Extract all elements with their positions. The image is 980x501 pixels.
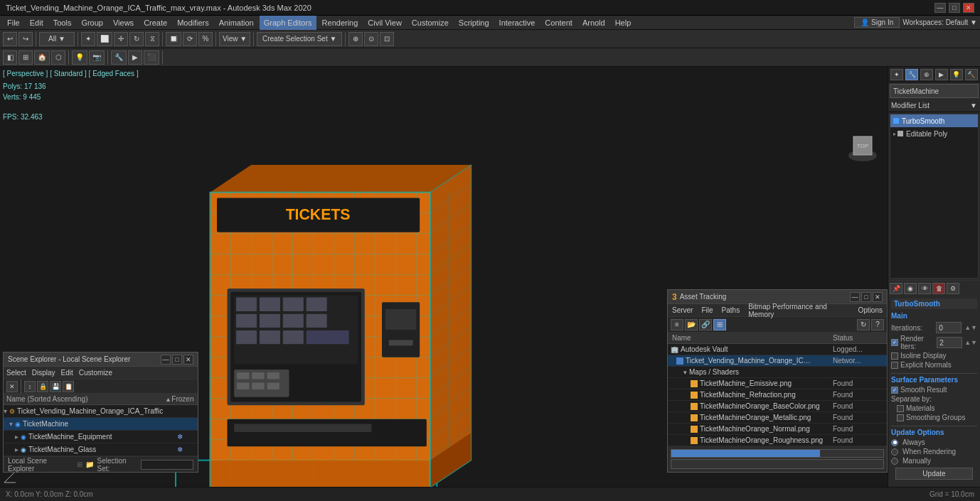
menu-customize[interactable]: Customize bbox=[408, 16, 453, 30]
mod-delete-btn[interactable]: 🗑 bbox=[932, 283, 945, 294]
manually-radio[interactable] bbox=[891, 458, 898, 465]
snap-btn[interactable]: 🔲 bbox=[166, 32, 181, 46]
at-row-5[interactable]: TicketMachineOrange_BaseColor.png Found bbox=[668, 401, 887, 412]
iterations-value[interactable]: 0 bbox=[936, 322, 962, 333]
menu-help[interactable]: Help bbox=[611, 16, 636, 30]
menu-group[interactable]: Group bbox=[77, 16, 107, 30]
at-minimize-btn[interactable]: — bbox=[850, 292, 860, 302]
at-row-1[interactable]: Ticket_Vending_Machine_Orange_ICA_Traffi… bbox=[668, 355, 887, 367]
se-row-2[interactable]: ▸ ◉ TicketMachine_Equipment ❄ bbox=[4, 431, 198, 443]
menu-animation[interactable]: Animation bbox=[215, 16, 258, 30]
at-refresh-btn[interactable]: ↻ bbox=[857, 319, 870, 330]
at-row-3[interactable]: TicketMachine_Emissive.png Found bbox=[668, 378, 887, 389]
at-row-4[interactable]: TicketMachine_Refraction.png Found bbox=[668, 389, 887, 401]
se-lock-btn[interactable]: 🔒 bbox=[37, 381, 48, 392]
select-region-btn[interactable]: ⬜ bbox=[97, 32, 112, 46]
at-row-8[interactable]: TicketMachineOrange_Roughness.png Found bbox=[668, 435, 887, 446]
at-tb-2[interactable]: 📂 bbox=[685, 319, 698, 330]
modifier-editable-poly[interactable]: ▸ Editable Poly bbox=[890, 127, 978, 140]
rp-motion-btn[interactable]: ▶ bbox=[935, 69, 948, 80]
rp-display-btn[interactable]: 💡 bbox=[950, 69, 963, 80]
se-minimize-btn[interactable]: — bbox=[161, 355, 171, 365]
mod-pin-btn[interactable]: 📌 bbox=[890, 283, 902, 294]
maximize-button[interactable]: □ bbox=[949, 3, 960, 13]
move-type-in[interactable]: ⊕ bbox=[348, 32, 363, 46]
at-path-input[interactable] bbox=[671, 459, 884, 469]
render-iters-checkbox[interactable] bbox=[891, 339, 898, 346]
menu-rendering[interactable]: Rendering bbox=[318, 16, 363, 30]
scene-btn[interactable]: 🏠 bbox=[34, 50, 50, 65]
mod-show-btn[interactable]: 👁 bbox=[918, 283, 931, 294]
modifier-turbosmmoth[interactable]: TurboSmooth bbox=[890, 114, 978, 127]
snap-angle-btn[interactable]: ⟳ bbox=[183, 32, 197, 46]
scale-type-in[interactable]: ⊡ bbox=[380, 32, 394, 46]
menu-tools[interactable]: Tools bbox=[49, 16, 76, 30]
undo-button[interactable]: ↩ bbox=[3, 32, 17, 46]
mod-active-btn[interactable]: ◉ bbox=[904, 283, 917, 294]
navigation-cube[interactable]: TOP bbox=[845, 131, 880, 166]
menu-civil-view[interactable]: Civil View bbox=[363, 16, 405, 30]
at-row-6[interactable]: TicketMachineOrange_Metallic.png Found bbox=[668, 412, 887, 424]
se-save-btn[interactable]: 💾 bbox=[50, 381, 61, 392]
grid-btn[interactable]: ⊞ bbox=[18, 50, 33, 65]
at-tb-4[interactable]: ⊞ bbox=[713, 319, 726, 330]
select-all-dropdown[interactable]: All ▼ bbox=[39, 32, 75, 46]
at-row-2[interactable]: ▾ Maps / Shaders bbox=[668, 367, 887, 378]
at-menu-paths[interactable]: Paths bbox=[722, 306, 740, 314]
close-button[interactable]: ✕ bbox=[963, 3, 974, 13]
material-btn[interactable]: ⬡ bbox=[51, 50, 65, 65]
se-menu-customize[interactable]: Customize bbox=[79, 369, 112, 377]
smoothing-groups-checkbox[interactable] bbox=[897, 414, 904, 421]
at-menu-file[interactable]: File bbox=[701, 306, 713, 314]
modifier-list-dropdown-arrow[interactable]: ▼ bbox=[970, 102, 977, 109]
se-layer-icon[interactable]: ⊞ bbox=[77, 460, 82, 468]
menu-interactive[interactable]: Interactive bbox=[495, 16, 540, 30]
se-folder-icon[interactable]: 📁 bbox=[85, 460, 94, 468]
render-region-btn[interactable]: ⬛ bbox=[144, 50, 159, 65]
se-close-btn[interactable]: ✕ bbox=[183, 355, 193, 365]
menu-file[interactable]: File bbox=[3, 16, 24, 30]
at-menu-server[interactable]: Server bbox=[672, 306, 693, 314]
rp-create-btn[interactable]: ✦ bbox=[890, 69, 903, 80]
rotate-btn[interactable]: ↻ bbox=[129, 32, 144, 46]
se-menu-edit[interactable]: Edit bbox=[61, 369, 73, 377]
iterations-arrows[interactable]: ▲▼ bbox=[964, 324, 977, 331]
object-name-field[interactable]: TicketMachine bbox=[890, 84, 979, 98]
at-tb-3[interactable]: 🔗 bbox=[699, 319, 712, 330]
at-tb-1[interactable]: ≡ bbox=[671, 319, 683, 330]
at-row-7[interactable]: TicketMachineOrange_Normal.png Found bbox=[668, 424, 887, 435]
se-row-3[interactable]: ▸ ◉ TicketMachine_Glass ❄ bbox=[4, 443, 198, 456]
when-rendering-radio[interactable] bbox=[891, 448, 898, 456]
snap-percent-btn[interactable]: % bbox=[198, 32, 213, 46]
at-float-btn[interactable]: □ bbox=[861, 292, 871, 302]
layer-btn[interactable]: ◧ bbox=[3, 50, 17, 65]
render-setup-btn[interactable]: 🔧 bbox=[111, 50, 127, 65]
rp-modify-btn active[interactable]: 🔧 bbox=[905, 69, 918, 80]
sign-in-button[interactable]: 👤 Sign In bbox=[854, 17, 900, 28]
isoline-checkbox[interactable] bbox=[891, 352, 898, 360]
se-menu-display[interactable]: Display bbox=[32, 369, 55, 377]
materials-checkbox[interactable] bbox=[897, 405, 904, 412]
se-clear-btn[interactable]: ✕ bbox=[6, 381, 18, 392]
se-menu-select[interactable]: Select bbox=[6, 369, 26, 377]
menu-views[interactable]: Views bbox=[109, 16, 138, 30]
render-btn[interactable]: ▶ bbox=[128, 50, 142, 65]
rp-hierarchy-btn[interactable]: ⊕ bbox=[920, 69, 933, 80]
at-help-btn[interactable]: ? bbox=[871, 319, 884, 330]
se-float-btn[interactable]: □ bbox=[172, 355, 182, 365]
scale-btn[interactable]: ⧖ bbox=[145, 32, 159, 46]
create-sel-set[interactable]: Create Selection Set ▼ bbox=[257, 32, 342, 46]
render-iters-arrows[interactable]: ▲▼ bbox=[964, 339, 977, 346]
move-btn[interactable]: ✛ bbox=[114, 32, 128, 46]
select-mode-btn[interactable]: ✦ bbox=[81, 32, 95, 46]
menu-arnold[interactable]: Arnold bbox=[578, 16, 609, 30]
camera-btn[interactable]: 📷 bbox=[89, 50, 105, 65]
explicit-normals-checkbox[interactable] bbox=[891, 362, 898, 369]
redo-button[interactable]: ↪ bbox=[18, 32, 33, 46]
rotate-type-in[interactable]: ⊙ bbox=[364, 32, 378, 46]
update-button[interactable]: Update bbox=[895, 468, 973, 480]
mod-settings-btn[interactable]: ⚙ bbox=[947, 283, 959, 294]
view-dropdown[interactable]: View ▼ bbox=[219, 32, 250, 46]
always-radio[interactable] bbox=[891, 439, 898, 446]
se-row-0[interactable]: ▾ ⚙ Ticket_Vending_Machine_Orange_ICA_Tr… bbox=[4, 405, 198, 418]
